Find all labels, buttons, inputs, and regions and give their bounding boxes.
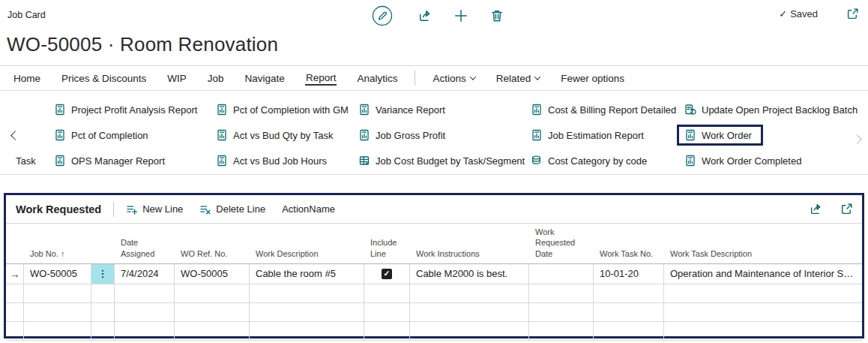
menu-bar: Home Prices & Discounts WIP Job Navigate… <box>0 65 868 91</box>
chevron-left-icon[interactable] <box>10 131 20 140</box>
include-line-checkbox[interactable] <box>382 269 392 279</box>
table-row-empty <box>6 322 862 341</box>
panel-header-divider <box>113 202 114 217</box>
ribbon-item-pct-of-completion-with-gm[interactable]: Pct of Completion with GM <box>210 97 352 122</box>
popout-icon <box>840 203 853 215</box>
tab-wip[interactable]: WIP <box>166 71 187 86</box>
ribbon-item-work-order[interactable]: Work Order <box>678 122 861 148</box>
report-icon <box>216 129 228 141</box>
share-icon <box>418 9 432 23</box>
work-requested-panel: Work Requested New Line Delete Line Acti… <box>4 193 864 338</box>
tab-fewer-options[interactable]: Fewer options <box>560 71 625 86</box>
ribbon-item-job-estimation-report[interactable]: Job Estimation Report <box>525 122 678 148</box>
table-row-empty <box>6 284 862 303</box>
ribbon-column-2: Pct of Completion with GM Act vs Bud Qty… <box>210 97 352 174</box>
edit-button[interactable] <box>369 2 396 29</box>
ribbon-item-project-profit-analysis-report[interactable]: Project Profit Analysis Report <box>48 97 210 122</box>
report-icon <box>358 129 370 141</box>
ribbon-item-act-vs-bud-qty-by-task[interactable]: Act vs Bud Qty by Task <box>210 122 352 148</box>
report-icon <box>54 104 66 116</box>
panel-share-button[interactable] <box>810 203 822 215</box>
ribbon-item-job-cost-budget-by-task-segment[interactable]: Job Cost Budget by Task/Segment <box>352 148 525 173</box>
coins-icon <box>531 155 543 167</box>
panel-popout-button[interactable] <box>840 203 853 215</box>
popout-icon <box>846 8 859 20</box>
panel-header-icons <box>810 203 853 215</box>
ribbon-rail: Task <box>0 97 48 174</box>
work-requested-table: Job No.↑ Date Assigned WO Ref. No. Work … <box>6 223 862 341</box>
header-row-indicator <box>6 224 24 263</box>
delete-button[interactable] <box>490 2 504 29</box>
ribbon-next <box>861 97 868 174</box>
ribbon-column-1: Project Profit Analysis Report Pct of Co… <box>48 97 210 174</box>
column-header-row-menu <box>91 224 115 263</box>
ribbon-item-job-gross-profit[interactable]: Job Gross Profit <box>352 122 525 148</box>
new-line-icon <box>126 203 138 215</box>
work-order-highlight-box: Work Order <box>677 125 763 146</box>
column-header-job-no[interactable]: Job No.↑ <box>24 224 91 263</box>
ribbon-item-cost-category-by-code[interactable]: Cost Category by code <box>525 148 678 173</box>
cell-wo-ref-no[interactable]: WO-50005 <box>175 264 250 284</box>
ribbon-item-cost-billing-report-detailed[interactable]: Cost & Billing Report Detailed <box>525 97 678 122</box>
work-requested-header: Work Requested New Line Delete Line Acti… <box>6 195 862 223</box>
cell-include-line <box>364 264 410 284</box>
actionname-button[interactable]: ActionName <box>282 203 335 215</box>
ribbon-column-4: Cost & Billing Report Detailed Job Estim… <box>525 97 678 174</box>
column-header-work-instructions[interactable]: Work Instructions <box>410 224 529 263</box>
sort-ascending-icon: ↑ <box>61 249 65 258</box>
report-icon <box>684 155 696 167</box>
tab-home[interactable]: Home <box>13 71 41 86</box>
cell-job-no[interactable]: WO-50005 <box>24 264 91 284</box>
tab-report[interactable]: Report <box>305 71 337 86</box>
job-card-page: Job Card Saved WO-50005 · Room Renovatio… <box>0 0 868 32</box>
cell-work-requested-date[interactable] <box>529 264 594 284</box>
ribbon-item-pct-of-completion[interactable]: Pct of Completion <box>48 122 210 148</box>
ribbon-item-variance-report[interactable]: Variance Report <box>352 97 525 122</box>
tab-actions[interactable]: Actions <box>432 71 475 86</box>
report-icon <box>54 129 66 141</box>
cell-work-description[interactable]: Cable the room #5 <box>250 264 364 284</box>
report-icon <box>358 104 370 116</box>
table-header-row: Job No.↑ Date Assigned WO Ref. No. Work … <box>6 224 862 264</box>
report-icon <box>684 129 696 141</box>
add-new-button[interactable] <box>454 2 468 29</box>
ribbon-item-act-vs-bud-job-hours[interactable]: Act vs Bud Job Hours <box>210 148 352 173</box>
breadcrumb[interactable]: Job Card <box>7 10 46 20</box>
edit-pencil-icon <box>369 2 396 29</box>
chevron-down-icon <box>469 74 475 80</box>
share-button[interactable] <box>418 2 432 29</box>
column-header-work-task-description[interactable]: Work Task Description <box>664 224 862 263</box>
tab-navigate[interactable]: Navigate <box>244 71 286 86</box>
new-line-button[interactable]: New Line <box>126 203 183 215</box>
ribbon-item-ops-manager-report[interactable]: OPS Manager Report <box>48 148 210 173</box>
report-ribbon: Task Project Profit Analysis Report Pct … <box>0 92 868 175</box>
ribbon-item-update-open-project-backlog-batch[interactable]: Update Open Project Backlog Batch <box>678 97 861 122</box>
cell-date-assigned[interactable]: 7/4/2024 <box>115 264 175 284</box>
ribbon-item-work-order-completed[interactable]: Work Order Completed <box>678 148 861 173</box>
tab-analytics[interactable]: Analytics <box>356 71 398 86</box>
column-header-include-line[interactable]: Include Line <box>364 224 410 263</box>
menu-divider <box>415 71 415 86</box>
panel-title: Work Requested <box>16 203 101 215</box>
batch-update-icon <box>684 104 696 116</box>
report-icon <box>216 104 228 116</box>
column-header-wo-ref-no[interactable]: WO Ref. No. <box>175 224 250 263</box>
column-header-work-requested-date[interactable]: Work Requested Date <box>529 224 594 263</box>
open-in-new-window-button[interactable] <box>846 8 859 20</box>
column-header-date-assigned[interactable]: Date Assigned <box>115 224 175 263</box>
column-header-work-task-no[interactable]: Work Task No. <box>594 224 664 263</box>
cell-work-task-no[interactable]: 10-01-20 <box>594 264 664 284</box>
tab-job[interactable]: Job <box>207 71 225 86</box>
tab-related[interactable]: Related <box>495 71 541 86</box>
row-context-menu-icon[interactable] <box>91 264 115 284</box>
delete-line-button[interactable]: Delete Line <box>199 203 265 215</box>
cell-work-instructions[interactable]: Cable M2000 is best. <box>410 264 529 284</box>
table-row: WO-50005 7/4/2024 WO-50005 Cable the roo… <box>6 264 862 284</box>
topbar-right: Saved <box>779 8 859 20</box>
report-icon <box>531 129 543 141</box>
cell-work-task-description[interactable]: Operation and Maintenance of Interior Sp… <box>664 264 862 284</box>
column-header-work-description[interactable]: Work Description <box>250 224 364 263</box>
page-title: WO-50005 · Room Renovation <box>7 33 278 56</box>
tab-prices-discounts[interactable]: Prices & Discounts <box>61 71 147 86</box>
trash-icon <box>490 9 504 23</box>
